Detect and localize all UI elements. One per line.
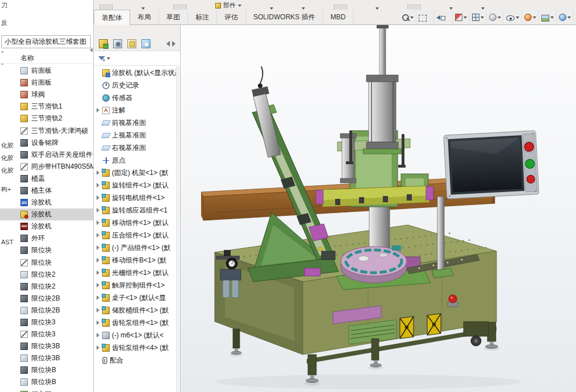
green-button[interactable] xyxy=(525,159,535,169)
feature-tree-item[interactable]: 齿轮泵组件<1> (默 xyxy=(94,316,176,329)
file-list-item[interactable]: 设备铭牌 xyxy=(0,137,93,149)
emergency-stop-button[interactable] xyxy=(448,295,458,307)
view-tool-button[interactable] xyxy=(504,10,522,25)
feature-tree-item[interactable]: 前视基准面 xyxy=(94,116,176,129)
expand-arrow-icon[interactable] xyxy=(97,270,99,275)
manager-tab[interactable] xyxy=(97,37,110,50)
file-list-item[interactable]: 桶主体 xyxy=(0,185,93,197)
view-tool-button[interactable] xyxy=(400,10,416,25)
view-tool-button[interactable] xyxy=(539,10,557,25)
file-list-item[interactable]: 涂胶机 xyxy=(0,220,93,232)
feature-tree-item[interactable]: 压合组件<1> (默认 xyxy=(94,229,176,241)
file-list-item[interactable]: 三节滑轨1 xyxy=(0,101,93,112)
feature-tree-item[interactable]: (-) m6<1> (默认< xyxy=(94,329,176,341)
manager-tab[interactable] xyxy=(126,37,138,50)
file-list-item[interactable]: 三节滑轨-天津鸿硕 xyxy=(0,124,93,136)
file-list-item[interactable]: 限位块3B xyxy=(0,340,93,352)
expand-arrow-icon[interactable] xyxy=(97,233,99,237)
expand-arrow-icon[interactable] xyxy=(97,345,99,350)
scroll-left-icon[interactable] xyxy=(166,41,170,47)
file-list-item[interactable]: 双手启动开关座组件 xyxy=(0,149,93,161)
part-button[interactable]: 部件 xyxy=(215,1,241,10)
sensor-block-part[interactable] xyxy=(392,245,401,251)
column-header-name[interactable]: 名称 xyxy=(0,52,93,64)
feature-tree-item[interactable]: 原点 xyxy=(94,154,176,166)
file-list-item[interactable]: 限位块3 xyxy=(0,316,93,328)
expand-arrow-icon[interactable] xyxy=(97,295,99,300)
feature-tree-item[interactable]: 上视基准面 xyxy=(94,129,176,141)
collapse-panel-arrow-icon[interactable] xyxy=(90,48,93,52)
feature-tree-item[interactable]: 储胶桶组件<1> (默 xyxy=(94,304,176,316)
scroll-right-icon[interactable] xyxy=(172,41,176,47)
file-list-item[interactable]: 限位块2 xyxy=(0,269,93,281)
feature-tree-item[interactable]: 桌子<1> (默认<显 xyxy=(94,291,176,304)
expand-arrow-icon[interactable] xyxy=(97,245,99,250)
file-list-item[interactable]: 箱主图 xyxy=(0,389,93,392)
file-list-item[interactable]: 外环 xyxy=(0,232,93,244)
feature-tree-item[interactable]: 传感器 xyxy=(94,91,176,104)
ribbon-tab[interactable]: 布局 xyxy=(130,10,159,25)
expand-arrow-icon[interactable] xyxy=(97,108,99,112)
feature-tree-item[interactable]: 移动组件<1> (默认 xyxy=(94,216,176,229)
file-list-item[interactable]: 涂胶机 xyxy=(0,197,93,208)
file-list-item[interactable]: 限位块2B xyxy=(0,305,93,316)
file-list-item[interactable]: 前面板 xyxy=(0,65,93,77)
expand-arrow-icon[interactable] xyxy=(97,283,99,287)
file-list-item[interactable]: 限位块B xyxy=(0,364,93,376)
view-tool-button[interactable] xyxy=(522,10,539,25)
ribbon-tab[interactable]: 草图 xyxy=(159,10,188,25)
file-list-item[interactable]: 桶盖 xyxy=(0,173,93,185)
tree-scrollbar[interactable] xyxy=(176,66,180,392)
feature-tree-item[interactable]: 涂胶机 (默认<显示状态 xyxy=(94,66,176,79)
file-list-item[interactable]: 同步带HTBN490S5M xyxy=(0,161,93,173)
clamp-block-part[interactable] xyxy=(304,268,320,276)
warning-pad[interactable] xyxy=(427,314,441,335)
feature-tree-item[interactable]: 旋转组件<1> (默认 xyxy=(94,179,176,191)
red-button[interactable] xyxy=(527,175,535,184)
feature-tree-item[interactable]: 配合 xyxy=(94,354,176,366)
expand-arrow-icon[interactable] xyxy=(97,220,99,225)
file-list-item[interactable]: 限位块3B xyxy=(0,352,93,364)
file-list-item[interactable]: 涂胶机 xyxy=(0,208,93,220)
machine-3d-model[interactable] xyxy=(181,25,576,392)
feature-tree-item[interactable]: 旋转感应器组件<1 xyxy=(94,204,176,216)
ribbon-tab[interactable]: MBD xyxy=(323,10,354,25)
file-list-item[interactable]: 限位块 xyxy=(0,257,93,269)
file-list-item[interactable]: 前面板 xyxy=(0,77,93,89)
dropdown-caret-icon[interactable] xyxy=(375,7,379,10)
turntable-disc-part[interactable] xyxy=(341,247,407,283)
view-tool-button[interactable] xyxy=(557,10,574,25)
file-list-item[interactable]: 限位块2 xyxy=(0,281,93,293)
feature-tree-item[interactable]: 光栅组件<1> (默认 xyxy=(94,266,176,279)
feature-tree-item[interactable]: 齿轮泵组件<4> (默 xyxy=(94,341,176,354)
view-tool-button[interactable] xyxy=(470,10,487,25)
view-tool-button[interactable] xyxy=(453,10,470,25)
feature-tree-item[interactable]: 移动组件B<1> (默 xyxy=(94,254,176,266)
expand-arrow-icon[interactable] xyxy=(97,258,99,262)
feature-tree-item[interactable]: (-) 产品组件<1> (默 xyxy=(94,241,176,254)
warning-pad[interactable] xyxy=(400,316,414,339)
feature-tree-item[interactable]: (固定) 机架<1> (默 xyxy=(94,166,176,179)
tree-filter-bar[interactable] xyxy=(94,51,180,66)
feature-tree-item[interactable]: 注解 xyxy=(94,104,176,116)
graphics-area[interactable] xyxy=(181,25,576,392)
expand-arrow-icon[interactable] xyxy=(97,195,99,200)
feature-tree-item[interactable]: 旋转电机组件<1> xyxy=(94,191,176,204)
feature-tree-item[interactable]: 右视基准面 xyxy=(94,141,176,154)
manager-tab[interactable] xyxy=(140,37,152,50)
feature-tree-item[interactable]: 历史记录 xyxy=(94,79,176,91)
feature-tree-item[interactable]: 触屏控制组件<1> xyxy=(94,279,176,291)
file-list-item[interactable]: 三节滑轨2 xyxy=(0,112,93,124)
ribbon-tab[interactable]: 评估 xyxy=(217,10,246,25)
file-list-item[interactable]: 限位块2B xyxy=(0,293,93,305)
ribbon-tab[interactable]: SOLIDWORKS 插件 xyxy=(246,10,323,25)
expand-arrow-icon[interactable] xyxy=(97,183,99,187)
expand-arrow-icon[interactable] xyxy=(97,170,99,175)
red-button[interactable] xyxy=(524,142,534,152)
expand-arrow-icon[interactable] xyxy=(97,320,99,325)
ribbon-tab[interactable]: 标注 xyxy=(188,10,217,25)
expand-arrow-icon[interactable] xyxy=(97,208,99,212)
file-list-item[interactable]: 球阀 xyxy=(0,89,93,101)
view-tool-button[interactable] xyxy=(487,10,504,25)
ribbon-tab[interactable]: 装配体 xyxy=(94,10,130,25)
